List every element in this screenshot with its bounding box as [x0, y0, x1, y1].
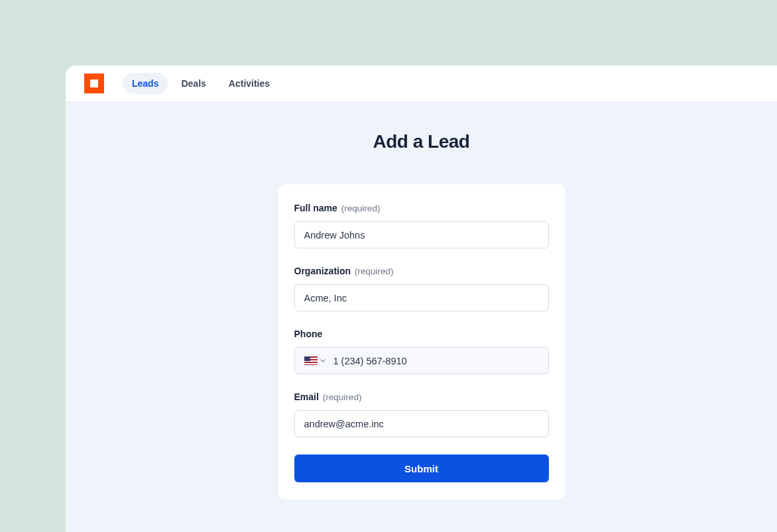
organization-input[interactable]	[294, 284, 549, 311]
phone-label: Phone	[294, 329, 323, 339]
fullname-required-hint: (required)	[341, 203, 381, 213]
page-content: Add a Lead Full name (required) Organiza…	[66, 102, 777, 500]
tab-leads[interactable]: Leads	[123, 73, 168, 94]
app-window: Leads Deals Activities Add a Lead Full n…	[66, 66, 777, 532]
tab-deals[interactable]: Deals	[172, 73, 215, 94]
phone-field: Phone	[294, 329, 549, 374]
tab-activities[interactable]: Activities	[219, 73, 279, 94]
lead-form-card: Full name (required) Organization (requi…	[278, 184, 565, 500]
email-required-hint: (required)	[323, 392, 362, 402]
us-flag-icon[interactable]	[304, 356, 318, 365]
organization-field: Organization (required)	[294, 266, 549, 311]
email-input[interactable]	[294, 410, 549, 437]
email-field: Email (required)	[294, 392, 549, 437]
organization-label: Organization	[294, 266, 351, 276]
page-title: Add a Lead	[373, 131, 470, 152]
submit-button[interactable]: Submit	[294, 454, 549, 482]
topbar: Leads Deals Activities	[66, 66, 777, 102]
chevron-down-icon[interactable]	[320, 359, 326, 362]
fullname-field: Full name (required)	[294, 203, 549, 248]
fullname-input[interactable]	[294, 221, 549, 248]
nav-tabs: Leads Deals Activities	[123, 73, 279, 94]
phone-input-wrap	[294, 347, 549, 374]
fullname-label: Full name	[294, 203, 337, 213]
organization-required-hint: (required)	[355, 266, 394, 276]
logo-icon	[84, 74, 104, 93]
phone-input[interactable]	[333, 348, 548, 374]
email-label: Email	[294, 392, 319, 402]
